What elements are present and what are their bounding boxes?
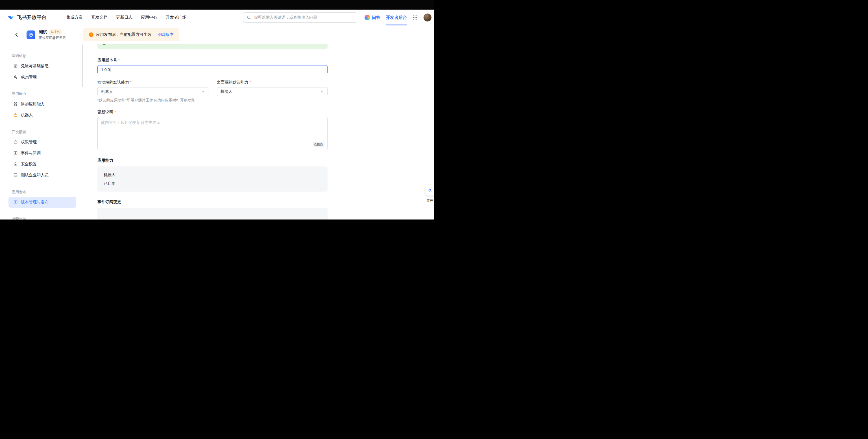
logo-text: 飞书开放平台 bbox=[17, 14, 46, 21]
feishu-logo[interactable]: 飞书开放平台 bbox=[7, 13, 46, 21]
success-banner-clip: 本次发布免审核，提交发布后即可上线使用 bbox=[97, 44, 328, 49]
permission-icon bbox=[13, 140, 18, 144]
nav-docs[interactable]: 开发文档 bbox=[91, 15, 107, 20]
mobile-capability-value: 机器人 bbox=[101, 89, 113, 94]
site-header: 飞书开放平台 集成方案 开发文档 更新日志 应用中心 开发者广场 你可以输入关键… bbox=[0, 9, 434, 25]
feishu-logo-icon bbox=[7, 13, 14, 21]
qa-label: 问答 bbox=[372, 15, 380, 20]
event-callback-icon bbox=[13, 151, 18, 156]
capability-status: 已启用 bbox=[104, 180, 321, 186]
update-notes-textarea[interactable]: 此内容将于应用的更新日志中显示 0/500 bbox=[97, 117, 328, 150]
create-version-link[interactable]: 创建版本 bbox=[158, 32, 174, 37]
sidebar-item-add-capability[interactable]: 添加应用能力 bbox=[8, 98, 76, 109]
char-counter: 0/500 bbox=[313, 142, 324, 147]
capability-name: 机器人 bbox=[104, 172, 321, 177]
search-icon bbox=[247, 15, 251, 20]
mobile-capability-field: 移动端的默认能力 * 机器人 bbox=[97, 80, 208, 96]
security-icon bbox=[13, 162, 18, 166]
sidebar-divider bbox=[8, 184, 75, 184]
app-titles: 测试 待上线 正式应用@环界云 bbox=[39, 29, 66, 40]
desktop-capability-label: 桌面端的默认能力 * bbox=[217, 80, 328, 85]
sidebar-item-members[interactable]: 成员管理 bbox=[8, 71, 76, 82]
qa-icon bbox=[365, 15, 370, 20]
sidebar-divider bbox=[8, 86, 75, 86]
capability-panel: 机器人 已启用 bbox=[97, 166, 328, 192]
page-body: 基础信息 凭证与基础信息 成员管理 应用能力 bbox=[0, 44, 434, 220]
warning-icon: ! bbox=[89, 32, 93, 37]
app-context-bar: 测试 待上线 正式应用@环界云 ! 应用发布后，当前配置方可生效 创建版本 bbox=[0, 25, 434, 44]
nav-changelog[interactable]: 更新日志 bbox=[116, 15, 132, 20]
sidebar-item-label: 权限管理 bbox=[21, 140, 37, 145]
nav-app-center[interactable]: 应用中心 bbox=[141, 15, 157, 20]
nav-integration[interactable]: 集成方案 bbox=[66, 15, 83, 20]
sidebar-item-security[interactable]: 安全设置 bbox=[8, 159, 76, 170]
expand-panel-control: 展开 bbox=[424, 185, 434, 204]
chevron-down-icon bbox=[201, 90, 205, 94]
window-top-bar bbox=[0, 0, 434, 9]
developer-console-link[interactable]: 开发者后台 bbox=[386, 9, 407, 25]
robot-icon bbox=[13, 113, 18, 117]
sidebar-item-events-callbacks[interactable]: 事件与回调 bbox=[8, 147, 76, 159]
text-cursor bbox=[110, 67, 111, 72]
events-section-heading: 事件订阅变更 bbox=[97, 199, 328, 205]
sidebar-item-label: 成员管理 bbox=[21, 74, 37, 79]
required-asterisk: * bbox=[118, 58, 120, 62]
success-banner: 本次发布免审核，提交发布后即可上线使用 bbox=[97, 44, 328, 49]
search-placeholder: 你可以输入关键词，或直接输入问题 bbox=[254, 15, 317, 20]
sidebar-item-credentials[interactable]: 凭证与基础信息 bbox=[8, 60, 76, 71]
version-publish-icon bbox=[13, 200, 18, 205]
sidebar-item-permissions[interactable]: 权限管理 bbox=[8, 137, 76, 147]
success-banner-text: 本次发布免审核，提交发布后即可上线使用 bbox=[109, 44, 184, 45]
apps-grid-icon[interactable] bbox=[412, 15, 418, 20]
sidebar-section-publish: 应用发布 bbox=[0, 188, 84, 197]
status-badge: 待上线 bbox=[50, 29, 62, 35]
app-icon bbox=[27, 31, 35, 39]
update-notes-label: 更新说明 * bbox=[97, 110, 328, 115]
sidebar: 基础信息 凭证与基础信息 成员管理 应用能力 bbox=[0, 44, 84, 220]
desktop-capability-value: 机器人 bbox=[220, 89, 232, 94]
sidebar-scrollbar[interactable] bbox=[82, 44, 83, 87]
sidebar-item-label: 版本管理与发布 bbox=[21, 200, 49, 205]
main-content: 本次发布免审核，提交发布后即可上线使用 应用版本号 * 1.0.0 移动端的默认… bbox=[84, 44, 434, 220]
sidebar-section-basic: 基础信息 bbox=[0, 52, 84, 60]
sidebar-item-label: 事件与回调 bbox=[21, 151, 41, 156]
sidebar-item-robot[interactable]: 机器人 bbox=[8, 109, 76, 121]
sidebar-section-monitor: 运营监控 bbox=[0, 215, 84, 220]
warning-banner: ! 应用发布后，当前配置方可生效 创建版本 bbox=[83, 28, 179, 41]
mobile-capability-label: 移动端的默认能力 * bbox=[97, 80, 208, 85]
collapse-chevrons-icon[interactable] bbox=[426, 185, 434, 196]
sidebar-section-capability: 应用能力 bbox=[0, 90, 84, 98]
sidebar-divider bbox=[8, 124, 75, 124]
required-asterisk: * bbox=[114, 110, 116, 114]
events-panel bbox=[97, 208, 328, 220]
browser-window: 飞书开放平台 集成方案 开发文档 更新日志 应用中心 开发者广场 你可以输入关键… bbox=[0, 0, 434, 220]
user-avatar[interactable] bbox=[423, 13, 432, 22]
sidebar-divider bbox=[8, 211, 75, 211]
success-check-icon bbox=[102, 44, 106, 45]
version-value: 1.0.0 bbox=[101, 67, 110, 72]
update-notes-placeholder: 此内容将于应用的更新日志中显示 bbox=[101, 120, 160, 125]
sidebar-item-label: 测试企业和人员 bbox=[21, 173, 49, 178]
members-icon bbox=[13, 75, 18, 79]
add-capability-icon bbox=[13, 102, 18, 106]
version-input[interactable]: 1.0.0 bbox=[97, 65, 328, 74]
sidebar-item-version-publish[interactable]: 版本管理与发布 bbox=[8, 197, 76, 208]
sidebar-item-label: 凭证与基础信息 bbox=[21, 64, 49, 69]
back-button[interactable] bbox=[13, 31, 20, 38]
version-label: 应用版本号 * bbox=[97, 58, 328, 63]
required-asterisk: * bbox=[250, 80, 251, 84]
nav-dev-square[interactable]: 开发者广场 bbox=[166, 15, 186, 20]
qa-link[interactable]: 问答 bbox=[365, 15, 380, 20]
capability-section-heading: 应用能力 bbox=[97, 158, 328, 163]
warning-text: 应用发布后，当前配置方可生效 bbox=[96, 32, 151, 37]
sidebar-section-dev-config: 开发配置 bbox=[0, 128, 84, 137]
header-right: 问答 开发者后台 bbox=[365, 9, 432, 25]
sidebar-item-test-org[interactable]: 测试企业和人员 bbox=[8, 170, 76, 180]
chevron-down-icon bbox=[320, 90, 324, 94]
sidebar-item-label: 机器人 bbox=[21, 112, 33, 117]
desktop-capability-select[interactable]: 机器人 bbox=[217, 87, 328, 96]
search-input[interactable]: 你可以输入关键词，或直接输入问题 bbox=[243, 12, 357, 23]
primary-nav: 集成方案 开发文档 更新日志 应用中心 开发者广场 bbox=[66, 15, 186, 20]
mobile-capability-select[interactable]: 机器人 bbox=[97, 87, 208, 96]
expand-label[interactable]: 展开 bbox=[426, 198, 434, 204]
